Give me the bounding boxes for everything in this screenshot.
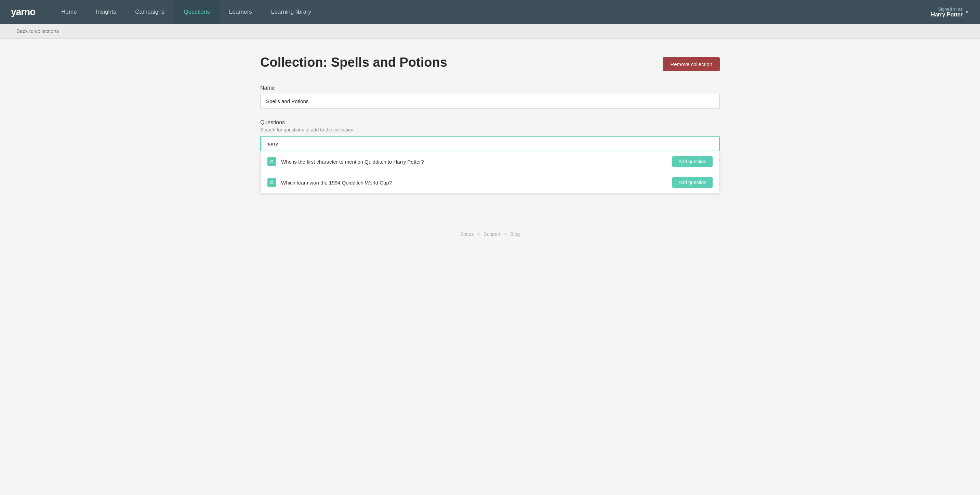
nav-links: HomeInsightsCampaignsQuestionsLearnersLe… — [52, 0, 931, 24]
signed-in-label: Signed in as — [931, 6, 963, 12]
footer: Status•Support•Blog — [0, 220, 980, 248]
remove-collection-button[interactable]: Remove collection — [663, 57, 720, 71]
nav-link-campaigns[interactable]: Campaigns — [126, 0, 174, 24]
navbar: yarno HomeInsightsCampaignsQuestionsLear… — [0, 0, 980, 24]
main-content: Collection: Spells and Potions Remove co… — [244, 39, 736, 220]
questions-label: Questions — [260, 120, 720, 126]
name-input[interactable] — [260, 94, 720, 109]
name-label: Name — [260, 85, 720, 91]
footer-link-support[interactable]: Support — [484, 232, 500, 237]
nav-link-learners[interactable]: Learners — [220, 0, 262, 24]
nav-link-learning-library[interactable]: Learning library — [262, 0, 321, 24]
nav-link-insights[interactable]: Insights — [86, 0, 126, 24]
item-question-text: Which team won the 1994 Quidditch World … — [281, 180, 672, 185]
user-name: Harry Potter — [931, 12, 963, 18]
chevron-down-icon: ▼ — [965, 10, 969, 15]
page-header: Collection: Spells and Potions Remove co… — [260, 55, 720, 71]
add-question-button[interactable]: Add question — [672, 156, 713, 167]
questions-sublabel: Search for questions to add to the colle… — [260, 127, 720, 133]
nav-link-home[interactable]: Home — [52, 0, 86, 24]
footer-link-status[interactable]: Status — [460, 232, 474, 237]
search-results-dropdown: CWho is the first character to mention Q… — [260, 151, 720, 193]
breadcrumb-bar: Back to collections — [0, 24, 980, 39]
item-type-badge: C — [267, 157, 276, 166]
item-type-badge: C — [267, 178, 276, 187]
page-title: Collection: Spells and Potions — [260, 55, 447, 70]
nav-link-questions[interactable]: Questions — [174, 0, 220, 24]
logo[interactable]: yarno — [11, 6, 35, 18]
back-to-collections-link[interactable]: Back to collections — [16, 28, 59, 34]
search-result-item[interactable]: CWhich team won the 1994 Quidditch World… — [261, 172, 719, 193]
search-input[interactable] — [260, 136, 720, 151]
footer-link-blog[interactable]: Blog — [510, 232, 520, 237]
add-question-button[interactable]: Add question — [672, 177, 713, 188]
footer-separator: • — [504, 232, 506, 237]
questions-section: Questions Search for questions to add to… — [260, 120, 720, 193]
item-question-text: Who is the first character to mention Qu… — [281, 159, 672, 164]
user-menu[interactable]: Signed in as Harry Potter ▼ — [931, 6, 969, 18]
name-section: Name — [260, 85, 720, 109]
footer-separator: • — [478, 232, 479, 237]
search-result-item[interactable]: CWho is the first character to mention Q… — [261, 151, 719, 172]
